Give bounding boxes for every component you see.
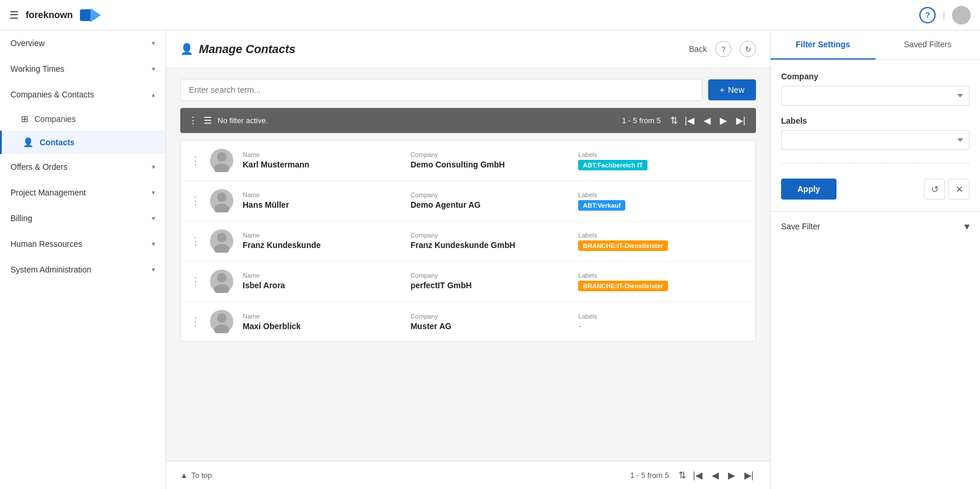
table-row[interactable]: ⋮ Name Isbel Arora Company perfectIT Gmb…: [181, 261, 755, 302]
sidebar-item-companies[interactable]: ⊞ Companies: [0, 107, 166, 131]
sidebar-item-human-ressources[interactable]: Human Ressources ▾: [0, 231, 166, 257]
contact-fields: Name Isbel Arora Company perfectIT GmbH …: [243, 272, 746, 291]
hamburger-icon[interactable]: ☰: [9, 9, 19, 22]
tab-saved-filters[interactable]: Saved Filters: [876, 30, 981, 60]
sidebar-item-companies-contacts[interactable]: Companies & Contacts ▴: [0, 82, 166, 107]
page-title: 👤 Manage Contacts: [180, 43, 296, 56]
svg-point-2: [217, 152, 226, 162]
sidebar-item-offers-orders[interactable]: Offers & Orders ▾: [0, 154, 166, 180]
avatar: [210, 310, 233, 333]
prev-page-button[interactable]: ◀: [701, 114, 713, 127]
first-page-button[interactable]: |◀: [682, 114, 696, 127]
contact-fields: Name Hans Müller Company Demo Agentur AG…: [243, 191, 746, 211]
first-page-button[interactable]: |◀: [691, 469, 705, 482]
person-icon: 👤: [180, 43, 193, 55]
sidebar-item-label: Offers & Orders: [10, 162, 68, 172]
svg-point-7: [214, 244, 229, 253]
table-row[interactable]: ⋮ Name Hans Müller Company Demo Agentur …: [181, 181, 755, 221]
filter-icon[interactable]: ☰: [204, 115, 212, 126]
user-avatar[interactable]: [952, 6, 971, 25]
company-field: Company Demo Agentur AG: [411, 191, 579, 211]
sidebar-item-project-management[interactable]: Project Management ▾: [0, 180, 166, 205]
save-filter-row[interactable]: Save Filter ▾: [771, 211, 980, 241]
arrow-up-icon: ▲: [180, 471, 188, 480]
company-filter-select[interactable]: [781, 86, 970, 106]
row-menu-icon[interactable]: ⋮: [190, 275, 201, 288]
table-row[interactable]: ⋮ Name Karl Mustermann Company Demo Cons…: [181, 141, 755, 181]
search-row: + New: [180, 79, 756, 101]
new-button[interactable]: + New: [708, 79, 756, 100]
contacts-table: ⋮ Name Karl Mustermann Company Demo Cons…: [180, 140, 756, 342]
chevron-down-icon: ▾: [152, 65, 155, 73]
sidebar-sub-label: Companies: [34, 114, 76, 124]
name-field: Name Isbel Arora: [243, 272, 411, 291]
filter-divider: [781, 163, 970, 163]
label-badge: BRANCHE:IT-Dienstleister: [578, 240, 668, 251]
company-field: Company perfectIT GmbH: [411, 272, 579, 291]
last-page-button[interactable]: ▶|: [742, 469, 756, 482]
sidebar-item-overview[interactable]: Overview ▾: [0, 30, 166, 56]
svg-point-10: [217, 313, 226, 323]
next-page-button[interactable]: ▶: [718, 114, 729, 127]
sidebar-item-label: Companies & Contacts: [10, 90, 94, 99]
to-top-button[interactable]: ▲ To top: [180, 471, 212, 480]
plus-icon: +: [720, 85, 724, 95]
svg-rect-0: [80, 9, 92, 21]
sidebar-item-billing[interactable]: Billing ▾: [0, 205, 166, 231]
sort-icon[interactable]: ⇅: [670, 115, 678, 126]
search-input[interactable]: [180, 79, 702, 101]
avatar: [210, 189, 233, 212]
logo-text: foreknown: [26, 10, 73, 20]
table-row[interactable]: ⋮ Name Maxi Oberblick Company Muster AG: [181, 302, 755, 341]
chevron-up-icon: ▴: [152, 90, 155, 99]
reset-clear-group: ↺ ✕: [924, 179, 970, 200]
help-button[interactable]: ?: [919, 7, 936, 23]
bottom-pagination-info: 1 - 5 from 5: [630, 471, 668, 480]
avatar: [210, 149, 233, 172]
row-menu-icon[interactable]: ⋮: [190, 194, 201, 207]
sort-icon[interactable]: ⇅: [678, 470, 686, 481]
topbar-left: ☰ foreknown: [9, 7, 101, 23]
label-badge: ABT:Fachbereich IT: [578, 160, 648, 170]
row-menu-icon[interactable]: ⋮: [190, 154, 201, 167]
sidebar-item-working-times[interactable]: Working Times ▾: [0, 56, 166, 82]
apply-button[interactable]: Apply: [781, 179, 836, 200]
label-badge: ABT:Verkauf: [578, 200, 625, 211]
filter-actions: Apply ↺ ✕: [781, 179, 970, 200]
tab-filter-settings[interactable]: Filter Settings: [771, 30, 876, 60]
company-filter-label: Company: [781, 72, 970, 81]
topbar-divider: |: [943, 11, 945, 20]
reset-button[interactable]: ↺: [924, 179, 945, 200]
last-page-button[interactable]: ▶|: [734, 114, 748, 127]
svg-point-11: [214, 324, 229, 333]
name-field: Name Maxi Oberblick: [243, 313, 411, 331]
help-icon[interactable]: ?: [715, 41, 732, 57]
prev-page-button[interactable]: ◀: [709, 469, 721, 482]
back-button[interactable]: Back: [689, 44, 707, 54]
chevron-down-icon: ▾: [152, 214, 155, 222]
save-filter-label: Save Filter: [781, 222, 820, 231]
labels-filter-label: Labels: [781, 116, 970, 125]
sidebar-item-contacts[interactable]: 👤 Contacts: [0, 131, 166, 154]
sidebar-item-system-administration[interactable]: System Administration ▾: [0, 257, 166, 282]
chevron-down-icon: ▾: [152, 240, 155, 248]
topbar: ☰ foreknown ? |: [0, 0, 980, 30]
sidebar-item-label: System Administration: [10, 265, 92, 274]
labels-field: Labels BRANCHE:IT-Dienstleister: [578, 232, 746, 251]
topbar-right: ? |: [919, 6, 971, 25]
clear-button[interactable]: ✕: [949, 179, 970, 200]
chevron-down-icon: ▾: [152, 39, 155, 47]
row-menu-icon[interactable]: ⋮: [190, 235, 201, 247]
refresh-icon[interactable]: ↻: [740, 41, 756, 57]
table-row[interactable]: ⋮ Name Franz Kundeskunde Company Franz K…: [181, 221, 755, 261]
row-menu-icon[interactable]: ⋮: [190, 315, 201, 328]
labels-filter-select[interactable]: [781, 130, 970, 150]
company-filter-section: Company: [781, 72, 970, 106]
label-dash: -: [578, 322, 581, 331]
next-page-button[interactable]: ▶: [726, 469, 737, 482]
avatar: [210, 270, 233, 293]
contact-fields: Name Franz Kundeskunde Company Franz Kun…: [243, 232, 746, 251]
dots-icon[interactable]: ⋮: [188, 115, 198, 126]
labels-filter-section: Labels: [781, 116, 970, 150]
avatar: [210, 229, 233, 253]
